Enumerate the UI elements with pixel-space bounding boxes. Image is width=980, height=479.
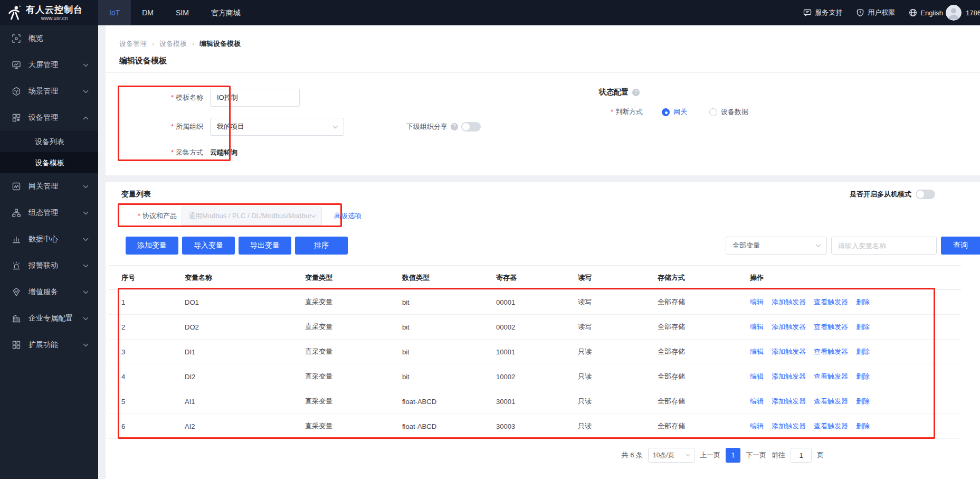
sidebar-item-extension[interactable]: 扩展功能 (0, 332, 98, 358)
sidebar-item-topology[interactable]: 组态管理 (0, 200, 98, 226)
variable-filter: 全部变量 查询 (726, 237, 980, 255)
logo[interactable]: 有人云控制台 www.usr.cn (0, 5, 98, 21)
variable-search-input[interactable] (831, 237, 937, 255)
cell-2: 直采变量 (292, 364, 389, 389)
template-name-row: *模板名称 (106, 89, 980, 107)
edit-link[interactable]: 编辑 (750, 347, 764, 355)
edit-link[interactable]: 编辑 (750, 422, 764, 430)
sidebar-subitem-device-template[interactable]: 设备模板 (0, 152, 98, 173)
bigscreen-icon (12, 60, 21, 70)
column-header-3: 数值类型 (389, 266, 483, 290)
sidebar-item-alarm[interactable]: 报警联动 (0, 252, 98, 279)
cell-3: float-ABCD (389, 414, 483, 439)
view-trigger-link[interactable]: 查看触发器 (814, 298, 848, 306)
view-trigger-link[interactable]: 查看触发器 (814, 397, 848, 405)
variable-table: 序号变量名称变量类型数值类型寄存器读写存储方式操作 1DO1直采变量bit000… (109, 265, 961, 439)
sidebar-item-scene[interactable]: 场景管理 (0, 78, 98, 105)
edit-link[interactable]: 编辑 (750, 372, 764, 380)
add-trigger-link[interactable]: 添加触发器 (772, 298, 806, 306)
column-header-6: 存储方式 (645, 266, 737, 290)
top-tab-sim[interactable]: SIM (165, 0, 200, 25)
chevron-up-icon (83, 116, 89, 120)
sidebar-item-bigscreen[interactable]: 大屏管理 (0, 52, 98, 78)
sidebar-item-label: 报警联动 (28, 261, 58, 270)
sidebar-item-enterprise[interactable]: 企业专属配置 (0, 305, 98, 332)
help-icon[interactable] (632, 89, 640, 96)
edit-link[interactable]: 编辑 (750, 323, 764, 331)
logo-text: 有人云控制台 www.usr.cn (26, 5, 83, 21)
import-variable-button[interactable]: 导入变量 (182, 237, 235, 255)
sort-button[interactable]: 排序 (295, 237, 348, 255)
divider (106, 72, 980, 73)
view-trigger-link[interactable]: 查看触发器 (814, 372, 848, 380)
delete-link[interactable]: 删除 (856, 347, 870, 355)
top-tab-dm[interactable]: DM (131, 0, 165, 25)
cell-4: 10001 (483, 340, 565, 364)
sidebar-item-gateway[interactable]: 网关管理 (0, 173, 98, 200)
next-page-button[interactable]: 下一页 (746, 450, 766, 460)
header-support[interactable]: 服务支持 (803, 8, 842, 17)
sidebar-item-vas[interactable]: 增值服务 (0, 279, 98, 305)
add-variable-button[interactable]: 添加变量 (126, 237, 178, 255)
required-asterisk: * (171, 148, 174, 156)
sidebar-item-device[interactable]: 设备管理 (0, 105, 98, 131)
organization-select[interactable]: 我的项目 (210, 118, 344, 136)
delete-link[interactable]: 删除 (856, 298, 870, 306)
main-content: 设备管理›设备模板›编辑设备模板 编辑设备模板 *模板名称 *所属组织 我的项目 (98, 25, 980, 479)
extension-icon (12, 340, 21, 350)
avatar[interactable] (946, 5, 962, 21)
add-trigger-link[interactable]: 添加触发器 (772, 347, 806, 355)
multi-slave-label: 是否开启多从机模式 (850, 190, 911, 199)
advanced-options-link[interactable]: 高级选项 (334, 211, 361, 221)
view-trigger-link[interactable]: 查看触发器 (814, 347, 848, 355)
sidebar-item-overview[interactable]: 概览 (0, 25, 98, 52)
page-size-select[interactable]: 10条/页 (648, 448, 694, 463)
chevron-down-icon (311, 214, 316, 218)
export-variable-button[interactable]: 导出变量 (239, 237, 291, 255)
add-trigger-link[interactable]: 添加触发器 (772, 397, 806, 405)
required-asterisk: * (138, 212, 140, 220)
chevron-down-icon (83, 343, 89, 347)
top-tab-mall[interactable]: 官方商城 (200, 0, 252, 25)
breadcrumb-item[interactable]: 设备管理 (119, 39, 147, 49)
delete-link[interactable]: 删除 (856, 422, 870, 430)
sidebar-submenu: 设备列表设备模板 (0, 131, 98, 173)
sidebar-subitem-device-list[interactable]: 设备列表 (0, 131, 98, 152)
goto-page-input[interactable] (791, 448, 812, 463)
required-asterisk: * (611, 108, 613, 116)
view-trigger-link[interactable]: 查看触发器 (814, 422, 848, 430)
account[interactable]: 17862 (946, 5, 980, 21)
cell-1: AI1 (172, 389, 292, 414)
protocol-value: 通用Modbus / PLC / DL/Modbus/Modbus R1 (188, 211, 311, 221)
help-icon[interactable] (451, 123, 458, 130)
add-trigger-link[interactable]: 添加触发器 (772, 323, 806, 331)
current-page[interactable]: 1 (726, 448, 740, 463)
breadcrumb-separator: › (152, 40, 154, 48)
cell-3: bit (389, 290, 483, 315)
delete-link[interactable]: 删除 (856, 397, 870, 405)
judge-option-device-data[interactable]: 设备数据 (709, 107, 748, 117)
breadcrumb-item[interactable]: 设备模板 (159, 39, 187, 49)
delete-link[interactable]: 删除 (856, 372, 870, 380)
multi-slave-toggle[interactable] (916, 190, 935, 199)
chevron-down-icon (686, 454, 691, 457)
view-trigger-link[interactable]: 查看触发器 (814, 323, 848, 331)
radio-unselected-icon (709, 108, 717, 116)
delete-link[interactable]: 删除 (856, 323, 870, 331)
edit-link[interactable]: 编辑 (750, 397, 764, 405)
judge-option-gateway[interactable]: 网关 (662, 107, 687, 117)
add-trigger-link[interactable]: 添加触发器 (772, 372, 806, 380)
add-trigger-link[interactable]: 添加触发器 (772, 422, 806, 430)
sidebar-item-datacenter[interactable]: 数据中心 (0, 226, 98, 252)
judge-option-label: 设备数据 (721, 107, 748, 117)
top-tab-iot[interactable]: IoT (98, 0, 131, 25)
share-toggle[interactable] (461, 122, 481, 132)
variable-type-select[interactable]: 全部变量 (726, 237, 827, 255)
header-language[interactable]: English (909, 8, 943, 17)
template-name-input[interactable] (210, 89, 300, 107)
cell-6: 全部存储 (645, 315, 737, 340)
prev-page-button[interactable]: 上一页 (700, 450, 720, 460)
header-permissions[interactable]: 用户权限 (856, 8, 895, 17)
search-button[interactable]: 查询 (941, 237, 980, 255)
edit-link[interactable]: 编辑 (750, 298, 764, 306)
